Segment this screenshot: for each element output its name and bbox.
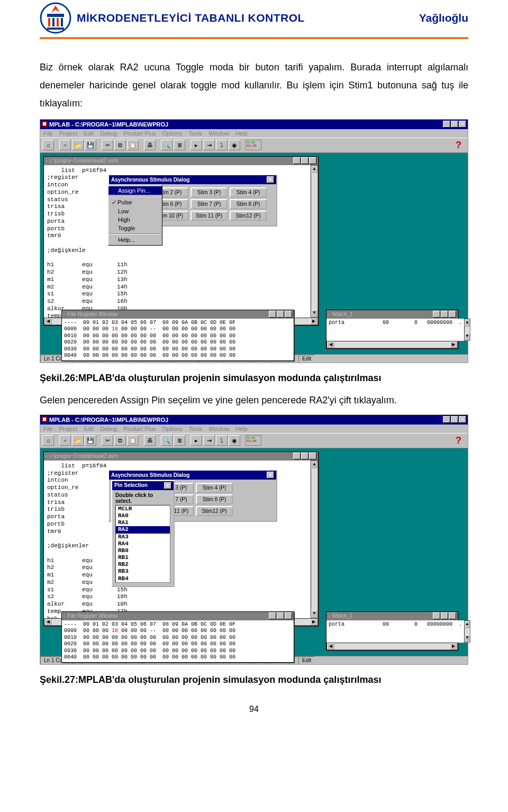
stepover-icon[interactable]: ⤵ (216, 140, 228, 150)
context-menu[interactable]: Assign Pin...PulseLowHighToggleHelp... (108, 185, 162, 246)
pin-list-item[interactable]: RA0 (116, 512, 170, 519)
close-button[interactable]: × (267, 472, 274, 479)
break-icon[interactable]: ◉ (229, 140, 240, 150)
maximize-button[interactable]: □ (301, 453, 309, 459)
pin-list-item[interactable]: RB4 (116, 575, 170, 582)
menu-item[interactable]: Options (162, 426, 183, 432)
menu-item[interactable]: Edit (84, 426, 94, 432)
tool-icon[interactable]: ≣ (174, 435, 185, 446)
pin-list-item[interactable]: MCLR (116, 506, 170, 512)
minimize-button[interactable]: _ (269, 612, 276, 619)
menu-item[interactable]: Help (235, 130, 248, 137)
minimize-button[interactable]: _ (269, 311, 276, 318)
pin-selection-titlebar[interactable]: Pin Selection× (112, 481, 174, 490)
menu-item[interactable]: Tools (188, 426, 202, 432)
close-button[interactable]: × (459, 416, 466, 423)
tool-icon[interactable]: ⌂ (42, 140, 54, 150)
close-button[interactable]: × (285, 612, 292, 619)
stim-button[interactable]: Stim 7 (P) (190, 199, 228, 209)
help-icon[interactable]: ? (456, 435, 466, 446)
menu-item[interactable]: Window (208, 426, 229, 432)
minimize-button[interactable]: _ (433, 311, 440, 318)
maximize-button[interactable]: □ (441, 311, 448, 318)
watch-window-titlebar[interactable]: ▫Watch_1 _□× (326, 310, 458, 319)
menu-item[interactable]: Project (59, 130, 77, 137)
close-button[interactable]: × (459, 121, 466, 128)
menu-item[interactable]: Help (235, 426, 248, 432)
context-menu-item[interactable]: Toggle (108, 224, 162, 232)
menu-item[interactable]: File (43, 426, 53, 432)
close-button[interactable]: × (309, 453, 316, 459)
run-icon[interactable]: ▸ (190, 435, 202, 446)
break-icon[interactable]: ◉ (229, 435, 240, 446)
print-icon[interactable]: 🖶 (144, 140, 156, 150)
paste-icon[interactable]: 📋 (127, 435, 139, 446)
stim-button[interactable]: Stim 8 (P) (196, 494, 233, 504)
step-icon[interactable]: ⇥ (203, 435, 215, 446)
save-icon[interactable]: 💾 (85, 435, 96, 446)
copy-icon[interactable]: ⧉ (114, 435, 126, 446)
print-icon[interactable]: 🖶 (144, 435, 156, 446)
context-menu-item[interactable]: High (108, 215, 162, 224)
scrollbar-horizontal[interactable]: ◀▶ (326, 341, 458, 348)
find-icon[interactable]: 🔍 (161, 140, 173, 150)
scrollbar-horizontal[interactable]: ◀▶ (326, 643, 458, 650)
minimize-button[interactable]: _ (443, 121, 450, 128)
menu-item[interactable]: Debug (100, 130, 117, 137)
register-window-titlebar[interactable]: ▫File Register Window _□× (62, 310, 294, 319)
step-icon[interactable]: ⇥ (203, 140, 215, 150)
run-icon[interactable]: ▸ (190, 140, 202, 150)
scrollbar-vertical[interactable]: ▲▼ (311, 461, 318, 618)
stepover-icon[interactable]: ⤵ (216, 435, 228, 446)
minimize-button[interactable]: _ (293, 157, 301, 164)
stim-button[interactable]: Stim 3 (P) (190, 187, 228, 197)
app-titlebar[interactable]: MPLAB - C:\PROGRA~1\MPLAB\NEWPROJ _ □ × (40, 120, 468, 129)
find-icon[interactable]: 🔍 (161, 435, 173, 446)
paste-icon[interactable]: 📋 (127, 140, 139, 150)
code-window-titlebar[interactable]: ▫c:\progra~1\mplab\saat2.asm _□× (44, 157, 318, 165)
menu-item[interactable]: Tools (188, 130, 202, 137)
stim-button[interactable]: Stim 11 (P) (190, 211, 228, 221)
minimize-button[interactable]: _ (433, 612, 440, 619)
tool-icon[interactable]: ⌂ (42, 435, 54, 446)
maximize-button[interactable]: □ (451, 416, 458, 423)
menu-item[interactable]: Debug (100, 426, 117, 432)
close-button[interactable]: × (285, 311, 292, 318)
close-button[interactable]: × (267, 176, 274, 183)
cut-icon[interactable]: ✂ (102, 435, 113, 446)
stim-button[interactable]: Stim 4 (P) (196, 483, 233, 493)
menu-item[interactable]: Picstart Plus (123, 426, 156, 432)
maximize-button[interactable]: □ (451, 121, 458, 128)
close-button[interactable]: × (449, 612, 456, 619)
close-button[interactable]: × (164, 482, 171, 489)
scrollbar-vertical[interactable]: ▲▼ (311, 165, 318, 318)
pin-list-item[interactable]: RA2 (116, 526, 170, 533)
cut-icon[interactable]: ✂ (102, 140, 113, 150)
stim-button[interactable]: Stim 8 (P) (230, 199, 267, 209)
scrollbar-vertical[interactable]: ▲▼ (464, 319, 470, 341)
code-window-titlebar[interactable]: ▫c:\progra~1\mplab\saat2.asm _□× (44, 452, 318, 461)
close-button[interactable]: × (449, 311, 456, 318)
pin-list-item[interactable]: RB2 (116, 561, 170, 568)
pin-list-item[interactable]: RB1 (116, 554, 170, 561)
stim-button[interactable]: Stim 4 (P) (230, 187, 267, 197)
menu-item[interactable]: Picstart Plus (123, 130, 156, 137)
context-menu-item[interactable]: Assign Pin... (108, 186, 162, 195)
context-menu-item[interactable]: Low (108, 207, 162, 215)
context-menu-item[interactable]: Help... (108, 236, 162, 244)
open-icon[interactable]: 📂 (72, 435, 84, 446)
register-window-titlebar[interactable]: ▫File Register Window _□× (62, 612, 294, 620)
pin-list[interactable]: MCLRRA0RA1RA2RA3RA4RB0RB1RB2RB3RB4 (115, 505, 170, 583)
stim-dialog-titlebar[interactable]: Asynchronous Stimulus Dialog× (109, 175, 276, 184)
watch-window-titlebar[interactable]: ▫Watch_1 _□× (326, 612, 458, 620)
stim-button[interactable]: Stim12 (P) (230, 211, 267, 221)
scrollbar-vertical[interactable]: ▲▼ (464, 620, 470, 643)
app-titlebar[interactable]: MPLAB - C:\PROGRA~1\MPLAB\NEWPROJ _ □ × (40, 415, 468, 425)
open-icon[interactable]: 📂 (72, 140, 84, 150)
close-button[interactable]: × (309, 157, 316, 164)
stim-dialog-titlebar[interactable]: Asynchronous Stimulus Dialog× (109, 471, 276, 480)
new-icon[interactable]: ▫ (59, 140, 71, 150)
menu-item[interactable]: Project (59, 426, 77, 432)
help-icon[interactable]: ? (456, 140, 466, 151)
context-menu-item[interactable]: Pulse (108, 198, 162, 207)
